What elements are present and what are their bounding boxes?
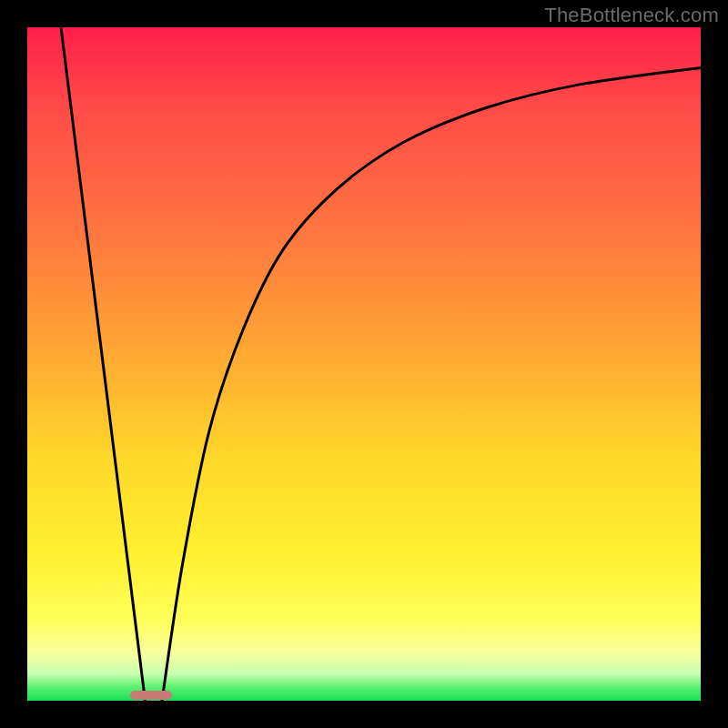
- curve-layer: [27, 27, 701, 701]
- watermark-text: TheBottleneck.com: [544, 4, 719, 27]
- optimal-marker: [130, 691, 172, 700]
- plot-area: [27, 27, 701, 701]
- right-branch-path: [162, 67, 701, 701]
- left-branch-path: [61, 27, 146, 701]
- chart-frame: TheBottleneck.com: [0, 0, 728, 728]
